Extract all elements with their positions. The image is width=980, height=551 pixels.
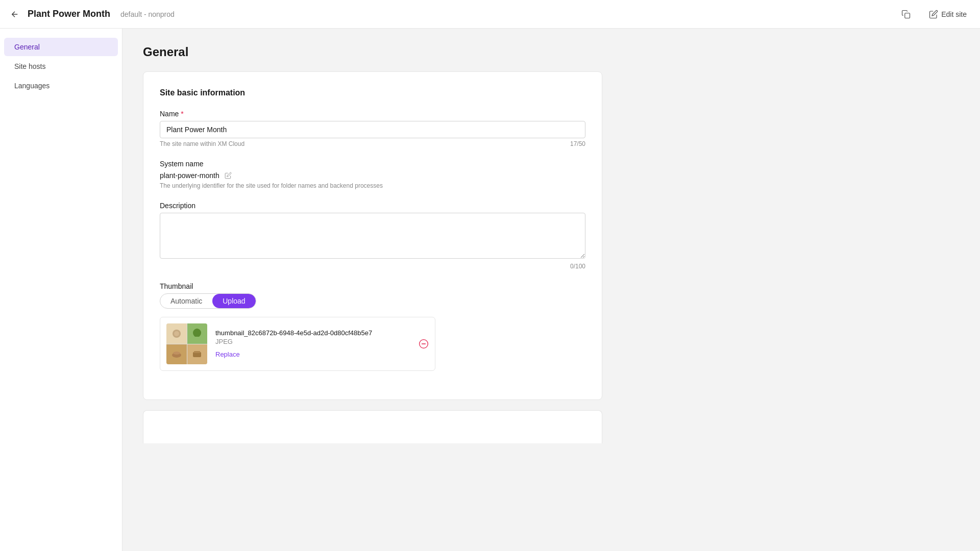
thumbnail-tab-automatic[interactable]: Automatic bbox=[160, 294, 212, 308]
back-button[interactable] bbox=[8, 8, 21, 21]
layout: General Site hosts Languages General Sit… bbox=[0, 29, 980, 551]
svg-rect-0 bbox=[905, 13, 910, 18]
main-content: General Site basic information Name * Th… bbox=[122, 29, 980, 551]
file-info: thumbnail_82c6872b-6948-4e5d-ad2d-0d80cf… bbox=[215, 329, 410, 359]
name-char-count: 17/50 bbox=[570, 140, 585, 147]
system-name-hint: The underlying identifier for the site u… bbox=[160, 182, 585, 189]
required-star: * bbox=[181, 110, 183, 118]
description-label: Description bbox=[160, 202, 585, 210]
sidebar-item-general[interactable]: General bbox=[4, 38, 118, 56]
replace-button[interactable]: Replace bbox=[215, 350, 240, 358]
thumbnail-tab-upload[interactable]: Upload bbox=[212, 294, 255, 308]
system-name-value: plant-power-month bbox=[160, 171, 219, 180]
bottom-card-partial bbox=[143, 410, 602, 443]
topbar-left: Plant Power Month default - nonprod bbox=[8, 8, 175, 21]
name-hint-row: The site name within XM Cloud 17/50 bbox=[160, 140, 585, 147]
thumbnail-group: Thumbnail Automatic Upload bbox=[160, 282, 585, 371]
edit-site-button[interactable]: Edit site bbox=[924, 7, 972, 22]
description-textarea[interactable] bbox=[160, 213, 585, 259]
card-section-title: Site basic information bbox=[160, 88, 585, 97]
file-type: JPEG bbox=[215, 338, 410, 345]
name-label: Name * bbox=[160, 110, 585, 118]
file-preview-card: thumbnail_82c6872b-6948-4e5d-ad2d-0d80cf… bbox=[160, 317, 435, 371]
remove-file-button[interactable] bbox=[419, 339, 429, 349]
page-title: General bbox=[143, 45, 960, 59]
system-name-label: System name bbox=[160, 160, 585, 168]
svg-point-4 bbox=[173, 352, 180, 355]
file-name: thumbnail_82c6872b-6948-4e5d-ad2d-0d80cf… bbox=[215, 329, 410, 337]
description-field-group: Description 0/100 bbox=[160, 202, 585, 270]
svg-rect-6 bbox=[194, 351, 200, 353]
description-hint-row: 0/100 bbox=[160, 263, 585, 270]
system-name-edit-button[interactable] bbox=[224, 171, 233, 180]
site-basic-info-card: Site basic information Name * The site n… bbox=[143, 71, 602, 400]
thumbnail-tabs: Automatic Upload bbox=[160, 293, 256, 309]
svg-point-2 bbox=[174, 331, 179, 336]
name-hint-text: The site name within XM Cloud bbox=[160, 140, 244, 147]
topbar-right: Edit site bbox=[896, 7, 972, 22]
copy-button[interactable] bbox=[896, 7, 916, 22]
thumbnail-label: Thumbnail bbox=[160, 282, 585, 290]
sidebar-item-site-hosts[interactable]: Site hosts bbox=[4, 57, 118, 76]
name-input[interactable] bbox=[160, 121, 585, 138]
description-char-count: 0/100 bbox=[570, 263, 585, 270]
sidebar: General Site hosts Languages bbox=[0, 29, 122, 551]
name-field-group: Name * The site name within XM Cloud 17/… bbox=[160, 110, 585, 147]
system-name-row: plant-power-month bbox=[160, 171, 585, 180]
topbar-title: Plant Power Month bbox=[28, 9, 110, 19]
edit-site-label: Edit site bbox=[941, 10, 967, 18]
sidebar-item-languages[interactable]: Languages bbox=[4, 77, 118, 95]
topbar-subtitle: default - nonprod bbox=[120, 10, 175, 18]
file-thumbnail bbox=[166, 323, 207, 364]
topbar: Plant Power Month default - nonprod Edit… bbox=[0, 0, 980, 29]
system-name-group: System name plant-power-month The underl… bbox=[160, 160, 585, 189]
